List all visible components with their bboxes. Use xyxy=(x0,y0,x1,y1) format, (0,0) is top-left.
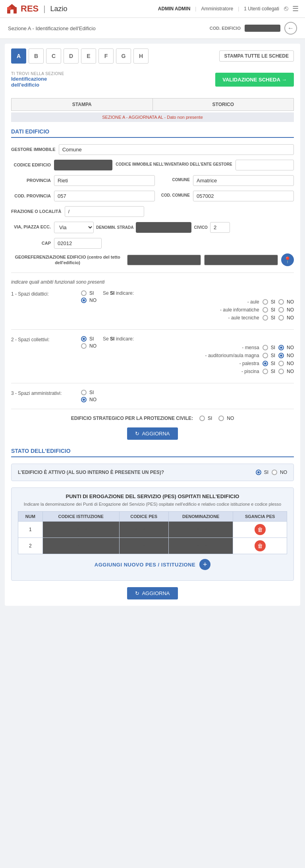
geo-pin-button[interactable]: 📍 xyxy=(281,253,294,266)
cod-comune-field xyxy=(193,191,294,201)
cod-comune-input[interactable] xyxy=(193,191,294,201)
auditorium-no[interactable]: NO xyxy=(278,353,294,358)
radio-amm-no-circle xyxy=(81,397,87,402)
header-right: ADMIN ADMIN | Amministratore | 1 Utenti … xyxy=(158,4,299,13)
validate-button[interactable]: VALIDAZIONE SCHEDA → xyxy=(215,73,294,87)
palestra-si[interactable]: SI xyxy=(263,361,275,366)
back-button[interactable]: ← xyxy=(284,22,297,35)
frazione-input[interactable] xyxy=(65,206,144,217)
attivo-no[interactable]: NO xyxy=(272,470,287,475)
tab-f[interactable]: F xyxy=(98,48,114,64)
spazi-collettivi-radio: SI NO xyxy=(81,336,97,349)
pes-row2-denom: •••••••••• xyxy=(169,538,233,554)
cod-provincia-label: COD. PROVINCIA xyxy=(11,191,51,199)
main-content: STAMPA STORICO SEZIONE A - AGGIORNATA AL… xyxy=(5,92,300,606)
attivo-box: L'EDIFICIO È ATTIVO (AL SUO INTERNO È PR… xyxy=(11,464,294,481)
auditorium-si[interactable]: SI xyxy=(263,353,275,358)
svg-rect-3 xyxy=(7,7,11,10)
codice-immobile-field xyxy=(236,160,294,170)
provincia-comune-row: PROVINCIA COMUNE xyxy=(11,175,294,186)
stato-edificio-title: STATO DELL'EDIFICIO xyxy=(11,448,294,457)
aule-inf-row: - aule informatiche SI NO xyxy=(103,307,294,313)
civico-input[interactable] xyxy=(210,222,230,233)
mensa-no[interactable]: NO xyxy=(278,345,294,350)
pes-row2-codice: •••••••• xyxy=(119,538,169,554)
spazi-didattici-se-si: Se SI indicare: - aule SI NO - aule info… xyxy=(103,290,294,323)
tab-h[interactable]: H xyxy=(133,48,149,64)
cod-provincia-field xyxy=(54,191,155,201)
codice-immobile-input[interactable] xyxy=(236,160,294,170)
stampa-tutte-button[interactable]: STAMPA TUTTE LE SCHEDE xyxy=(219,50,294,62)
svg-rect-2 xyxy=(10,10,14,14)
bottom-aggiorna: ↻ AGGIORNA xyxy=(11,587,294,599)
pes-col-istituzione: CODICE ISTITUZIONE xyxy=(42,512,119,522)
logo-icon xyxy=(6,3,17,14)
strategic-no[interactable]: NO xyxy=(218,416,234,421)
gestore-input[interactable] xyxy=(59,144,294,155)
strategic-si[interactable]: SI xyxy=(199,416,212,421)
logout-icon[interactable]: ⎋ xyxy=(284,4,288,13)
pes-row1-codice: •••••••••• xyxy=(119,522,169,538)
piscina-si[interactable]: SI xyxy=(263,369,275,374)
tab-b[interactable]: B xyxy=(29,48,44,64)
geo-input2[interactable] xyxy=(204,255,278,265)
aule-inf-si[interactable]: SI xyxy=(263,307,275,313)
aule-si[interactable]: SI xyxy=(263,299,275,305)
spazi-didattici-no[interactable]: NO xyxy=(81,298,97,303)
comune-input[interactable] xyxy=(193,175,294,186)
cod-label: COD. EDIFICIO xyxy=(210,26,241,31)
storico-button[interactable]: STORICO xyxy=(152,98,294,111)
spazi-amm-si[interactable]: SI xyxy=(81,390,97,395)
menu-icon[interactable]: ☰ xyxy=(292,4,299,13)
users-connected: 1 Utenti collegati xyxy=(244,6,279,12)
aule-no[interactable]: NO xyxy=(278,299,294,305)
tab-a[interactable]: A xyxy=(11,48,26,64)
spazi-collettivi-section: 2 - Spazi collettivi: SI NO Se SI indica… xyxy=(11,336,294,377)
spazi-coll-no[interactable]: NO xyxy=(81,343,97,349)
stampa-button[interactable]: STAMPA xyxy=(11,98,152,111)
divider-1 xyxy=(11,273,294,273)
aggiorna-button-2[interactable]: ↻ AGGIORNA xyxy=(127,587,178,599)
aggiorna-button-1[interactable]: ↻ AGGIORNA xyxy=(127,427,178,440)
dati-edificio-title: DATI EDIFICIO xyxy=(11,128,294,138)
attivo-si[interactable]: SI xyxy=(256,470,268,475)
aggiorna-icon-2: ↻ xyxy=(135,590,139,596)
func-intro: indicare quali ambiti funzionali sono pr… xyxy=(11,279,294,285)
tab-d[interactable]: D xyxy=(64,48,79,64)
add-pes-button[interactable]: + xyxy=(199,559,210,570)
cod-row: COD. PROVINCIA COD. COMUNE xyxy=(11,191,294,201)
strategic-row: EDIFICIO STRATEGICO PER LA PROTEZIONE CI… xyxy=(11,416,294,421)
via-select[interactable]: Via Piazza Corso Viale Largo xyxy=(54,222,94,233)
delete-pes-2[interactable]: 🗑 xyxy=(255,540,266,551)
palestra-label: - palestra xyxy=(204,361,259,366)
aule-tec-si[interactable]: SI xyxy=(263,315,275,321)
spazi-didattici-si[interactable]: SI xyxy=(81,290,97,296)
table-row: 1 •••••••••• •••••••••• •••••••••• 🗑 xyxy=(18,522,287,538)
delete-pes-1[interactable]: 🗑 xyxy=(255,524,266,535)
radio-amm-si-circle xyxy=(81,390,87,395)
palestra-no[interactable]: NO xyxy=(278,361,294,366)
tab-c[interactable]: C xyxy=(46,48,61,64)
mensa-si[interactable]: SI xyxy=(263,345,275,350)
geo-row: GEOREFERENZIAZIONE EDIFICIO (centro del … xyxy=(11,253,294,266)
aule-inf-no[interactable]: NO xyxy=(278,307,294,313)
palestra-row: - palestra SI NO xyxy=(103,361,294,366)
cod-provincia-input[interactable] xyxy=(54,191,155,201)
spazi-coll-si[interactable]: SI xyxy=(81,336,97,342)
tabs-outer: A B C D E F G H STAMPA TUTTE LE SCHEDE T… xyxy=(5,44,300,92)
tab-e[interactable]: E xyxy=(81,48,96,64)
geo-input1[interactable] xyxy=(127,255,201,265)
codice-edificio-input[interactable] xyxy=(54,160,112,170)
logo-area: RES | Lazio xyxy=(6,3,67,14)
tab-g[interactable]: G xyxy=(116,48,131,64)
spazi-amm-no[interactable]: NO xyxy=(81,397,97,402)
cap-input[interactable] xyxy=(54,238,102,249)
action-bar: STAMPA STORICO xyxy=(11,98,294,111)
section-note: TI TROVI NELLA SEZIONE Identificazione d… xyxy=(11,72,64,88)
aule-tec-no[interactable]: NO xyxy=(278,315,294,321)
denomin-input[interactable] xyxy=(136,222,191,233)
gestore-field xyxy=(59,144,294,155)
provincia-input[interactable] xyxy=(54,175,155,186)
pisc-si-circle xyxy=(263,369,268,374)
piscina-no[interactable]: NO xyxy=(278,369,294,374)
